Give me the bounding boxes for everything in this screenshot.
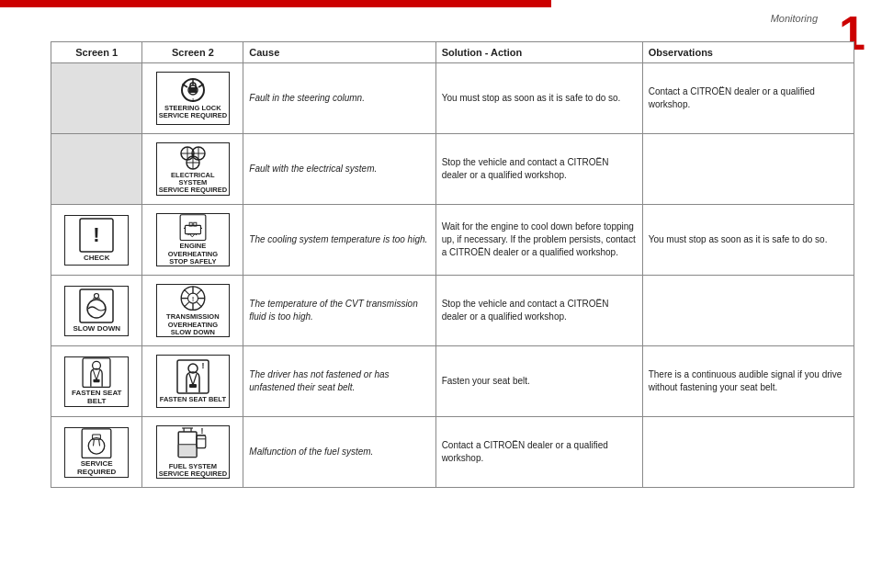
cell-screen2: ! TRANSMISSION OVERHEATING SLOW DOWN: [142, 276, 243, 346]
cell-cause: Fault in the steering column.: [243, 63, 435, 134]
svg-line-37: [184, 302, 188, 307]
table-row: ELECTRICAL SYSTEM SERVICE REQUIREDFault …: [51, 134, 854, 205]
cell-cause: The temperature of the CVT transmission …: [243, 276, 435, 346]
icon-screen2: ENGINE OVERHEATING STOP SAFELY: [148, 209, 237, 270]
cell-screen1: [51, 63, 142, 134]
svg-rect-39: [83, 357, 110, 387]
main-table-container: Screen 1 Screen 2 Cause Solution - Actio…: [51, 41, 854, 551]
header-screen1: Screen 1: [51, 42, 142, 63]
chapter-title: Monitoring: [771, 13, 818, 24]
svg-text:!: !: [200, 426, 203, 435]
table-row: ! STEERING LOCK SERVICE REQUIREDFault in…: [51, 63, 854, 134]
cell-observations: [642, 417, 854, 488]
svg-text:!: !: [94, 223, 100, 246]
svg-point-47: [88, 437, 105, 454]
cell-screen1: SERVICE REQUIRED: [51, 417, 142, 488]
cell-screen1: ! CHECK: [51, 205, 142, 276]
cell-cause: The driver has not fastened or has unfas…: [243, 346, 435, 417]
icon-screen1: ! CHECK: [57, 211, 136, 269]
cell-screen2: ENGINE OVERHEATING STOP SAFELY: [142, 205, 243, 276]
header-screen2: Screen 2: [142, 42, 243, 63]
cell-cause: Fault with the electrical system.: [243, 134, 435, 205]
icon-screen2: ! FASTEN SEAT BELT: [148, 351, 237, 412]
svg-rect-53: [197, 435, 206, 448]
icon-screen1: FASTEN SEAT BELT: [57, 353, 136, 411]
svg-text:!: !: [192, 296, 194, 302]
cell-screen1: [51, 134, 142, 205]
icon-screen2: ! TRANSMISSION OVERHEATING SLOW DOWN: [148, 280, 237, 341]
cell-screen2: ! FASTEN SEAT BELT: [142, 346, 243, 417]
cell-observations: You must stop as soon as it is safe to d…: [642, 205, 854, 276]
table-row: FASTEN SEAT BELT ! FASTEN SEAT BELTThe d…: [51, 346, 854, 417]
svg-rect-6: [189, 87, 197, 93]
svg-point-27: [95, 293, 99, 298]
cell-screen2: ELECTRICAL SYSTEM SERVICE REQUIRED: [142, 134, 243, 205]
cell-solution: Stop the vehicle and contact a CITROËN d…: [435, 134, 642, 205]
cell-observations: There is a continuous audible signal if …: [642, 346, 854, 417]
svg-line-35: [197, 302, 201, 307]
icon-screen2: ELECTRICAL SYSTEM SERVICE REQUIRED: [148, 139, 237, 199]
table-row: ! CHECK ENGINE OVERHEATING STOP SAFELYTh…: [51, 205, 854, 276]
cell-solution: Fasten your seat belt.: [435, 346, 642, 417]
cell-observations: Contact a CITROËN dealer or a qualified …: [642, 63, 854, 134]
cell-solution: You must stop as soon as it is safe to d…: [435, 63, 642, 134]
top-bar: [0, 0, 551, 7]
icon-screen2: ! STEERING LOCK SERVICE REQUIRED: [148, 68, 237, 129]
cell-observations: [642, 134, 854, 205]
icon-screen1: SERVICE REQUIRED: [57, 424, 136, 481]
cell-screen2: ! FUEL SYSTEM SERVICE REQUIRED: [142, 417, 243, 488]
svg-rect-52: [178, 445, 197, 458]
svg-text:!: !: [201, 361, 204, 370]
cell-screen2: ! STEERING LOCK SERVICE REQUIRED: [142, 63, 243, 134]
cell-solution: Stop the vehicle and contact a CITROËN d…: [435, 276, 642, 346]
header-cause: Cause: [243, 42, 435, 63]
table-row: SLOW DOWN ! TRANSMISSION OVERHEATING SLO…: [51, 276, 854, 346]
icon-screen1: SLOW DOWN: [57, 282, 136, 340]
cell-screen1: SLOW DOWN: [51, 276, 142, 346]
main-table: Screen 1 Screen 2 Cause Solution - Actio…: [51, 41, 854, 488]
cell-solution: Wait for the engine to cool down before …: [435, 205, 642, 276]
svg-line-36: [197, 289, 201, 294]
header-solution: Solution - Action: [435, 42, 642, 63]
header-observations: Observations: [642, 42, 854, 63]
icon-screen2: ! FUEL SYSTEM SERVICE REQUIRED: [148, 422, 237, 482]
cell-screen1: FASTEN SEAT BELT: [51, 346, 142, 417]
svg-rect-41: [94, 379, 100, 382]
table-row: SERVICE REQUIRED ! FUEL SYSTEM SERVICE R…: [51, 417, 854, 488]
svg-line-34: [184, 289, 188, 294]
svg-line-50: [99, 439, 100, 446]
cell-solution: Contact a CITROËN dealer or a qualified …: [435, 417, 642, 488]
svg-rect-20: [185, 225, 200, 233]
cell-observations: [642, 276, 854, 346]
cell-cause: The cooling system temperature is too hi…: [243, 205, 435, 276]
cell-cause: Malfunction of the fuel system.: [243, 417, 435, 488]
svg-line-49: [94, 439, 95, 446]
svg-rect-44: [189, 384, 197, 388]
